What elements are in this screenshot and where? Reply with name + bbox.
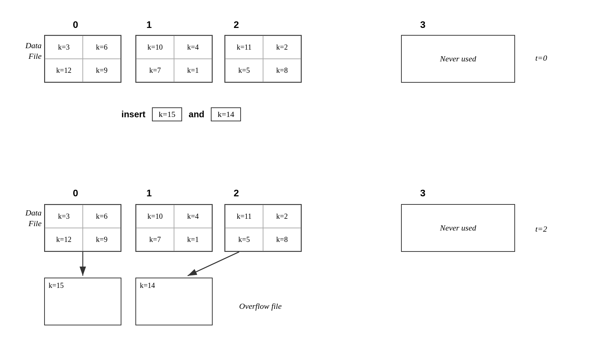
top-b1-c1: k=4 [174,36,212,59]
overflow-key-15: k=15 [49,281,64,290]
top-b1-c2: k=7 [136,59,174,82]
bot-block-1: k=10 k=4 k=7 k=1 [135,204,213,252]
top-col-header-0: 0 [73,19,78,31]
top-col-header-1: 1 [146,19,152,31]
overflow-block-1: k=14 [135,278,213,325]
bot-col-header-3: 3 [420,188,425,199]
insert-row: insert k=15 and k=14 [121,107,241,121]
bot-b0-c3: k=9 [83,228,121,251]
top-b0-c3: k=9 [83,59,121,82]
bot-b1-c3: k=1 [174,228,212,251]
bot-b2-c1: k=2 [263,205,301,228]
top-never-used-label: Never used [440,54,476,64]
top-block-0: k=3 k=6 k=12 k=9 [44,35,121,83]
bot-block-3: Never used [401,204,515,252]
top-b0-c0: k=3 [45,36,83,59]
arrow-block2-to-overflow1 [188,252,239,276]
bot-b2-c3: k=8 [263,228,301,251]
top-b1-c0: k=10 [136,36,174,59]
data-file-line1: Data [25,41,42,50]
top-block-2: k=11 k=2 k=5 k=8 [224,35,302,83]
top-block-1: k=10 k=4 k=7 k=1 [135,35,213,83]
overflow-block-0: k=15 [44,278,121,325]
bot-col-header-1: 1 [146,188,152,199]
overflow-file-label: Overflow file [239,301,281,311]
top-col-header-2: 2 [234,19,239,31]
top-col-header-3: 3 [420,19,425,31]
bot-block-2: k=11 k=2 k=5 k=8 [224,204,302,252]
overflow-key-14: k=14 [140,281,155,290]
top-data-file-label: Data File [7,40,42,61]
insert-text: insert [121,109,145,119]
top-b1-c3: k=1 [174,59,212,82]
and-text: and [189,109,205,119]
top-b2-c3: k=8 [263,59,301,82]
top-block-3: Never used [401,35,515,83]
top-b0-c1: k=6 [83,36,121,59]
diagram: 0 1 2 3 Data File t=0 k=3 k=6 k=12 k=9 k… [0,0,610,364]
insert-key-15: k=15 [152,107,182,121]
bot-b2-c2: k=5 [225,228,263,251]
bot-data-file-line2: File [29,219,42,228]
bot-b2-c0: k=11 [225,205,263,228]
bot-b1-c0: k=10 [136,205,174,228]
bot-col-header-0: 0 [73,188,78,199]
data-file-line2: File [29,51,42,61]
bot-b0-c1: k=6 [83,205,121,228]
bot-b0-c2: k=12 [45,228,83,251]
top-t-label: t=0 [535,53,547,63]
top-b0-c2: k=12 [45,59,83,82]
bot-b1-c2: k=7 [136,228,174,251]
top-b2-c0: k=11 [225,36,263,59]
top-b2-c2: k=5 [225,59,263,82]
insert-key-14: k=14 [211,107,241,121]
bot-data-file-label: Data File [7,208,42,229]
bot-never-used-label: Never used [440,223,476,233]
bot-t-label: t=2 [535,224,547,234]
bot-b0-c0: k=3 [45,205,83,228]
bot-block-0: k=3 k=6 k=12 k=9 [44,204,121,252]
bot-b1-c1: k=4 [174,205,212,228]
top-b2-c1: k=2 [263,36,301,59]
bot-data-file-line1: Data [25,208,42,217]
bot-col-header-2: 2 [234,188,239,199]
